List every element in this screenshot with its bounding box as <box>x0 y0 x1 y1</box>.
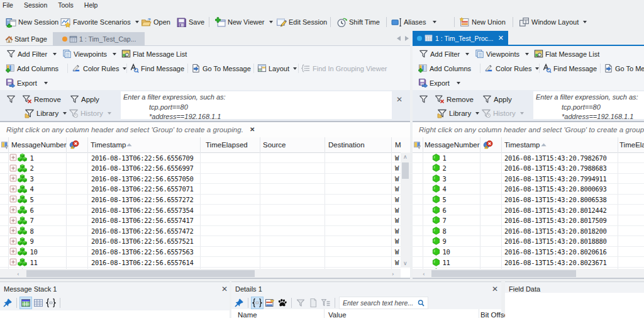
viewer-button-layout[interactable]: Layout <box>257 61 297 76</box>
filter-library-button[interactable]: Library <box>25 108 67 118</box>
viewer-button-export[interactable]: Export <box>418 76 460 90</box>
column-header-messagenumber[interactable]: MessageNumber <box>425 141 480 149</box>
menu-item-session[interactable]: Session <box>18 1 52 9</box>
panel-tool-braces-icon[interactable] <box>45 297 57 309</box>
details-close-button[interactable]: ✕ <box>491 285 499 293</box>
message-row[interactable]: 82016-08-13T06:22:56.6557472W <box>0 226 410 237</box>
horizontal-scroll-thumb[interactable] <box>431 270 576 277</box>
column-header-messagenumber[interactable]: MessageNumber <box>11 141 67 149</box>
message-row[interactable]: 102016-08-13T15:43:20.8020616 <box>413 247 644 258</box>
message-row[interactable]: 22016-08-13T15:43:20.7988683 <box>413 163 644 174</box>
filter-apply-button[interactable]: Apply <box>482 94 512 104</box>
scroll-down-icon[interactable]: ∨ <box>403 261 408 266</box>
toolbar-button-open[interactable]: Open <box>141 14 170 30</box>
toolbar-button-new-viewer[interactable]: New Viewer <box>215 14 273 30</box>
toolbar-button-save[interactable]: Save <box>176 14 204 30</box>
column-header-module[interactable]: Module <box>395 141 401 149</box>
message-row[interactable]: 102016-08-13T06:22:56.6557563W <box>0 247 410 258</box>
scroll-right-icon[interactable]: › <box>392 271 394 277</box>
viewer-button-add-filter[interactable]: Add Filter <box>6 47 57 61</box>
menu-item-help[interactable]: Help <box>79 1 103 9</box>
viewer-button-viewpoints[interactable]: Viewpoints <box>62 47 116 61</box>
viewer-button-go-to-message[interactable]: Go To Message <box>604 61 644 76</box>
panel-tool-braces-icon[interactable] <box>251 297 264 309</box>
column-header-timestamp[interactable]: Timestamp <box>91 141 126 149</box>
toolbar-button-window-layout[interactable]: Window Layout <box>519 14 587 30</box>
menu-item-tools[interactable]: Tools <box>53 1 79 9</box>
panel-tool-pushpin-icon[interactable] <box>233 297 245 309</box>
horizontal-scroll-thumb[interactable] <box>26 270 255 277</box>
panel-tool-page-gray-icon[interactable] <box>307 297 319 309</box>
toolbar-button-favorite-scenarios[interactable]: Favorite Scenarios <box>60 14 139 30</box>
viewer-button-flat-message-list[interactable]: Flat Message List <box>534 47 599 61</box>
tab-close-icon[interactable]: ✕ <box>498 34 504 42</box>
viewer-button-flat-message-list[interactable]: Flat Message List <box>121 47 187 61</box>
scroll-up-icon[interactable]: ∧ <box>403 154 408 160</box>
filter-expression-input[interactable]: Enter a filter expression, such as:tcp.p… <box>121 91 392 119</box>
panel-tool-table-grid-icon[interactable] <box>32 297 45 309</box>
tab-scroll-left-icon[interactable] <box>397 36 401 41</box>
details-column-name[interactable]: Name <box>238 311 257 318</box>
message-stack-close-button[interactable]: ✕ <box>221 285 228 293</box>
message-row[interactable]: 92016-08-13T15:43:20.8018880 <box>413 236 644 247</box>
menu-item-file[interactable]: File <box>0 1 18 9</box>
message-row[interactable]: 12016-08-13T15:43:20.7982670 <box>413 153 644 164</box>
column-header-timeelapsed[interactable]: TimeElapsed <box>619 141 644 149</box>
viewer-button-add-filter[interactable]: Add Filter <box>419 47 469 61</box>
filter-remove-button[interactable]: Remove <box>435 94 474 105</box>
panel-tool-pushpin-icon[interactable] <box>1 297 14 309</box>
details-column-value[interactable]: Value <box>328 311 347 318</box>
viewer-button-color-rules[interactable]: Color Rules <box>484 61 539 76</box>
message-row[interactable]: 82016-08-13T15:43:20.8018200 <box>413 226 644 237</box>
filter-funnel-button[interactable] <box>419 94 428 104</box>
viewer-button-export[interactable]: Export <box>6 76 48 90</box>
tab-document-active[interactable]: 1 : Tim_Test_Proc...✕ <box>413 31 508 45</box>
details-search-box[interactable]: Enter search text here... <box>339 297 428 309</box>
toolbar-button-new-session[interactable]: New Session <box>6 14 58 30</box>
vertical-scrollbar[interactable]: ∧∨ <box>401 152 410 268</box>
viewer-button-go-to-message[interactable]: Go To Message <box>191 61 251 76</box>
toolbar-button-new-union[interactable]: New Union <box>459 14 506 30</box>
horizontal-scrollbar[interactable]: ‹ <box>413 269 644 278</box>
message-row[interactable]: 112016-08-13T15:43:20.8023671 <box>413 258 644 268</box>
viewer-button-viewpoints[interactable]: Viewpoints <box>475 47 529 61</box>
column-header-source[interactable]: Source <box>263 141 286 149</box>
message-row[interactable]: 62016-08-13T15:43:20.8012442 <box>413 205 644 216</box>
scroll-left-icon[interactable]: ‹ <box>423 271 425 277</box>
scroll-left-icon[interactable]: ‹ <box>17 271 19 277</box>
tab-document[interactable]: 1 : Tim_Test_Cap... <box>53 32 145 46</box>
filter-expression-input[interactable]: Enter a filter expression, such as:tcp.p… <box>533 91 644 119</box>
message-row[interactable]: 52016-08-13T15:43:20.8006538 <box>413 195 644 205</box>
grouping-hint-close-button[interactable]: ✕ <box>250 126 255 133</box>
message-row[interactable]: 32016-08-13T15:43:20.7994911 <box>413 174 644 185</box>
panel-tool-stack-table-colored-icon[interactable] <box>19 297 32 309</box>
message-row[interactable]: 12016-08-13T06:22:56.6556709W <box>0 153 410 164</box>
toolbar-button-edit-session[interactable]: Edit Session <box>276 14 327 30</box>
column-header-destination[interactable]: Destination <box>328 141 365 149</box>
viewer-button-add-columns[interactable]: Add Columns <box>6 61 58 76</box>
filter-apply-button[interactable]: Apply <box>70 94 99 104</box>
viewer-button-color-rules[interactable]: Color Rules <box>72 61 126 76</box>
filter-library-button[interactable]: Library <box>437 108 479 118</box>
message-row[interactable]: 52016-08-13T06:22:56.6557272W <box>0 195 410 205</box>
panel-tool-funnel-gray-icon[interactable] <box>294 297 307 309</box>
message-row[interactable]: 22016-08-13T06:22:56.6556997W <box>0 163 410 174</box>
viewer-button-find-message[interactable]: Find Message <box>130 61 184 76</box>
toolbar-button-shift-time[interactable]: Shift Time <box>336 14 380 30</box>
message-row[interactable]: 72016-08-13T15:43:20.8017509 <box>413 215 644 226</box>
filter-remove-button[interactable]: Remove <box>22 94 61 105</box>
message-row[interactable]: 42016-08-13T06:22:56.6557071W <box>0 184 410 195</box>
panel-tool-funnel-list-gray-icon[interactable] <box>319 297 332 309</box>
viewer-button-add-columns[interactable]: Add Columns <box>418 61 471 76</box>
toolbar-button-aliases[interactable]: Aliases <box>391 14 436 30</box>
column-header-timeelapsed[interactable]: TimeElapsed <box>206 141 248 149</box>
filter-close-button[interactable]: ✕ <box>396 96 403 103</box>
message-row[interactable]: 112016-08-13T06:22:56.6557614W <box>0 258 410 268</box>
tab-scroll-right-icon[interactable] <box>405 36 409 41</box>
filter-funnel-button[interactable] <box>6 94 16 104</box>
viewer-button-find-message[interactable]: Find Message <box>542 61 597 76</box>
horizontal-scrollbar[interactable]: ‹› <box>0 269 401 278</box>
message-row[interactable]: 32016-08-13T06:22:56.6557050W <box>0 174 410 185</box>
panel-tool-paw-icon[interactable] <box>276 297 289 309</box>
panel-tool-field-chooser-icon[interactable] <box>264 297 276 309</box>
